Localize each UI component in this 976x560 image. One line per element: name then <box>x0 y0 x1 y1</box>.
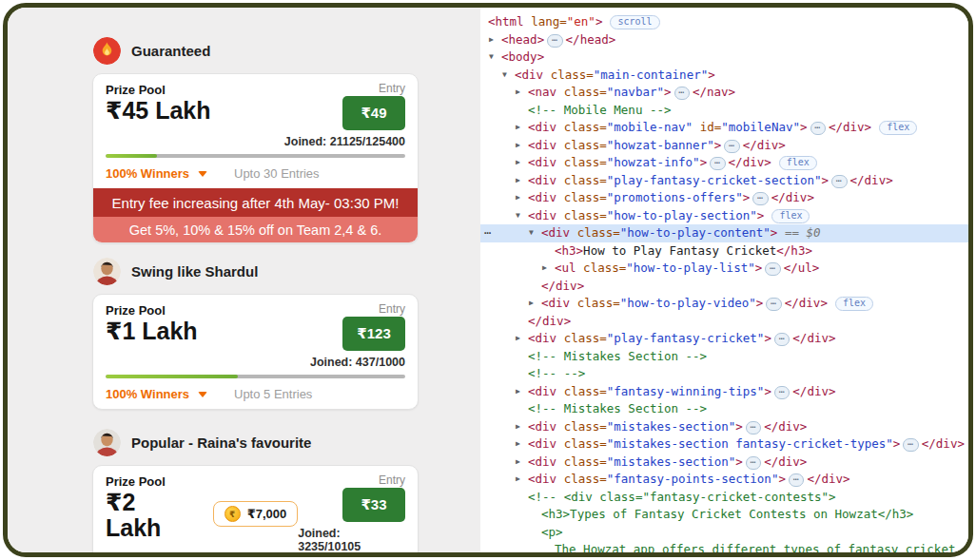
collapse-arrow-icon[interactable]: ▼ <box>529 224 534 242</box>
max-entries-label: Upto 5 Entries <box>234 387 312 401</box>
devtools-row[interactable]: ▶<div class="mistakes-section">⋯</div> <box>480 418 968 436</box>
code-token: </div> <box>729 155 771 169</box>
expand-arrow-icon[interactable]: ▶ <box>516 330 520 348</box>
devtools-row[interactable]: ▶<div class="play-fantasy-cricket-sectio… <box>480 172 968 190</box>
winners-dropdown[interactable]: 100% Winners <box>106 166 207 181</box>
devtools-row[interactable]: ▶<div class="mistakes-section fantasy-cr… <box>480 435 968 454</box>
expand-arrow-icon[interactable]: ▶ <box>516 137 520 155</box>
collapse-arrow-icon[interactable]: ▼ <box>502 67 507 85</box>
devtools-row[interactable]: ▶<nav class="navbar">⋯</nav> <box>480 84 968 102</box>
devtools-row[interactable]: ▶<div class="fantasy-winning-tips">⋯</di… <box>480 383 968 401</box>
contest-list-content: Guaranteed Prize Pool ₹45 Lakh Entry ₹49… <box>92 37 419 557</box>
more-actions-icon[interactable]: ⋯ <box>484 224 492 242</box>
team-discount-banner: Get 5%, 10% & 15% off on Team 2,4 & 6. <box>93 217 418 242</box>
code-token: "howzat-info" <box>607 155 700 169</box>
joined-count: Joined: 437/1000 <box>310 356 405 369</box>
code-token: <!-- Mobile Menu --> <box>528 103 672 117</box>
devtools-row[interactable]: <h3>Types of Fantasy Cricket Contests on… <box>480 506 968 524</box>
devtools-row[interactable]: The Howzat app offers different types of… <box>480 541 968 552</box>
flex-badge[interactable]: flex <box>779 156 817 170</box>
collapsed-content-icon[interactable]: ⋯ <box>789 473 804 487</box>
flex-badge[interactable]: flex <box>771 209 810 223</box>
entry-block: Entry ₹123 Joined: 437/1000 <box>310 303 405 369</box>
expand-arrow-icon[interactable]: ▶ <box>516 454 520 472</box>
collapsed-content-icon[interactable]: ⋯ <box>831 175 847 188</box>
devtools-row[interactable]: <!-- Mobile Menu --> <box>480 102 968 120</box>
collapse-arrow-icon[interactable]: ▼ <box>489 48 494 67</box>
contest-card-body: Prize Pool ₹2 Lakh ₹ ₹7,000 Entry ₹33 Jo… <box>93 466 418 557</box>
expand-arrow-icon[interactable]: ▶ <box>516 189 520 207</box>
expand-arrow-icon[interactable]: ▶ <box>489 31 494 49</box>
contest-card[interactable]: Prize Pool ₹1 Lakh Entry ₹123 Joined: 43… <box>92 294 419 410</box>
devtools-row[interactable]: <!-- <div class="fantasy-cricket-contest… <box>480 489 968 507</box>
entry-fee-button[interactable]: ₹33 <box>342 488 405 522</box>
devtools-row[interactable]: ▶<head>⋯</head> <box>480 31 968 49</box>
devtools-row[interactable]: ▼<div class="how-to-play-section">flex <box>480 207 968 225</box>
collapsed-content-icon[interactable]: ⋯ <box>724 140 739 153</box>
expand-arrow-icon[interactable]: ▶ <box>516 418 520 436</box>
devtools-row[interactable]: <h3>How to Play Fantasy Cricket</h3> <box>480 242 968 261</box>
code-token: <p> <box>541 525 563 539</box>
collapsed-content-icon[interactable]: ⋯ <box>903 438 918 452</box>
code-token: <!-- Mistakes Section --> <box>528 349 707 363</box>
devtools-row[interactable]: ▶<div class="mobile-nav" id="mobileNav">… <box>480 119 968 137</box>
devtools-row[interactable]: <!-- Mistakes Section --> <box>480 400 968 418</box>
expand-arrow-icon[interactable]: ▶ <box>516 119 520 137</box>
devtools-row[interactable]: <p> <box>480 524 968 542</box>
collapsed-content-icon[interactable]: ⋯ <box>774 386 790 399</box>
contest-card[interactable]: Prize Pool ₹2 Lakh ₹ ₹7,000 Entry ₹33 Jo… <box>92 465 419 557</box>
collapsed-content-icon[interactable]: ⋯ <box>746 421 761 434</box>
contest-card[interactable]: Prize Pool ₹45 Lakh Entry ₹49 Joined: 21… <box>92 73 419 243</box>
devtools-row[interactable]: ▶<div class="howzat-banner">⋯</div> <box>480 137 968 155</box>
devtools-row[interactable]: ▶<div class="howzat-info">⋯</div>flex <box>480 154 968 172</box>
code-token: class= <box>556 384 607 398</box>
devtools-row[interactable]: ▼<div class="main-container"> <box>480 67 968 85</box>
expand-arrow-icon[interactable]: ▶ <box>516 383 520 401</box>
devtools-row[interactable]: ▶<ul class="how-to-play-list">⋯</ul> <box>480 260 968 278</box>
collapsed-content-icon[interactable]: ⋯ <box>766 298 781 311</box>
code-token: "how-to-play-list" <box>626 261 754 275</box>
flex-badge[interactable]: flex <box>879 121 917 135</box>
devtools-row[interactable]: ▶<div class="mistakes-section">⋯</div> <box>480 454 968 472</box>
code-token: > <box>756 296 764 310</box>
devtools-row[interactable]: </div> <box>480 278 968 296</box>
code-token: "navbar" <box>607 85 664 99</box>
devtools-row[interactable]: ▶<div class="how-to-play-video">⋯</div>f… <box>480 295 968 313</box>
code-token: > <box>664 85 672 99</box>
devtools-row[interactable]: ▶<div class="promotions-offers">⋯</div> <box>480 189 968 207</box>
code-token: > <box>764 384 771 398</box>
collapsed-content-icon[interactable]: ⋯ <box>774 333 790 346</box>
winners-dropdown[interactable]: 100% Winners <box>106 387 207 401</box>
code-token: <!-- --> <box>528 366 585 380</box>
devtools-row[interactable]: ▼<body> <box>480 48 968 67</box>
devtools-row[interactable]: <html lang="en">scroll <box>480 13 968 31</box>
collapsed-content-icon[interactable]: ⋯ <box>547 34 562 48</box>
entry-fee-button[interactable]: ₹123 <box>342 317 405 351</box>
collapse-arrow-icon[interactable]: ▼ <box>516 207 520 225</box>
expand-arrow-icon[interactable]: ▶ <box>516 471 520 489</box>
expand-arrow-icon[interactable]: ▶ <box>516 435 520 454</box>
devtools-row-selected[interactable]: ⋯▼<div class="how-to-play-content"> == $… <box>480 224 968 242</box>
expand-arrow-icon[interactable]: ▶ <box>542 260 547 278</box>
entry-fee-button[interactable]: ₹49 <box>342 96 405 130</box>
flex-badge[interactable]: flex <box>835 297 873 311</box>
scroll-badge[interactable]: scroll <box>610 15 659 29</box>
collapsed-content-icon[interactable]: ⋯ <box>810 122 826 135</box>
collapsed-content-icon[interactable]: ⋯ <box>765 262 780 276</box>
expand-arrow-icon[interactable]: ▶ <box>516 84 520 102</box>
devtools-row[interactable]: ▶<div class="play-fantasy-cricket">⋯</di… <box>480 330 968 348</box>
devtools-row[interactable]: <!-- Mistakes Section --> <box>480 348 968 366</box>
code-token: <div <box>528 190 556 204</box>
devtools-row[interactable]: ▶<div class="fantasy-points-section">⋯</… <box>480 471 968 489</box>
collapsed-content-icon[interactable]: ⋯ <box>752 192 768 205</box>
devtools-row[interactable]: </div> <box>480 313 968 331</box>
expand-arrow-icon[interactable]: ▶ <box>529 295 534 313</box>
collapsed-content-icon[interactable]: ⋯ <box>746 456 761 470</box>
collapsed-content-icon[interactable]: ⋯ <box>710 157 725 170</box>
expand-arrow-icon[interactable]: ▶ <box>516 172 520 190</box>
code-token: "mistakes-section" <box>607 454 735 469</box>
collapsed-content-icon[interactable]: ⋯ <box>674 87 690 100</box>
expand-arrow-icon[interactable]: ▶ <box>516 154 520 172</box>
devtools-row[interactable]: <!-- --> <box>480 365 968 383</box>
section-title: Popular - Raina's favourite <box>131 434 311 451</box>
